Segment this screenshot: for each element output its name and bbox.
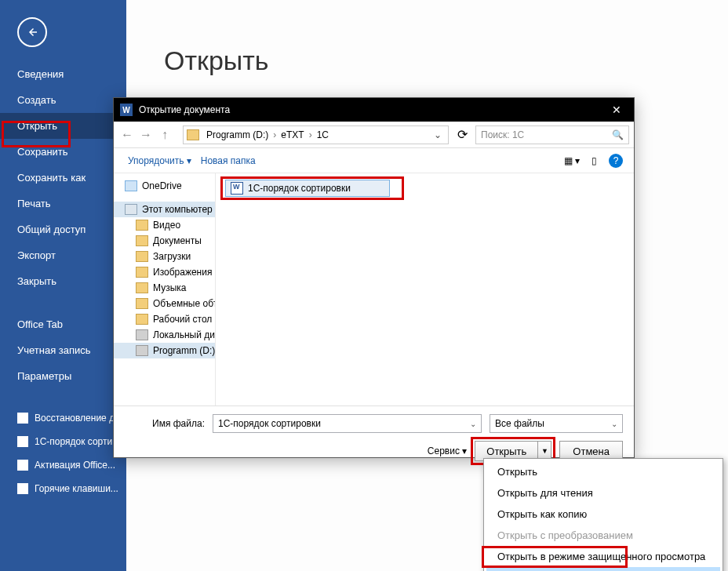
arrow-left-icon	[25, 25, 39, 39]
back-button[interactable]	[17, 17, 47, 47]
sidebar-doc-label: 1С-порядок сорти...	[35, 436, 120, 447]
tree-item[interactable]: Загрузки	[114, 249, 215, 264]
tree-item[interactable]: Programm (D:)	[114, 343, 215, 358]
fold-icon	[136, 220, 148, 231]
sidebar-item-общий доступ[interactable]: Общий доступ	[0, 216, 126, 242]
menu-item[interactable]: Открыть	[486, 461, 720, 482]
preview-pane-icon[interactable]: ▯	[585, 152, 602, 169]
breadcrumb[interactable]: Programm (D:)› eTXT› 1C ⌄	[183, 125, 449, 144]
page-title: Открыть	[164, 45, 728, 76]
search-icon: 🔍	[612, 129, 624, 140]
sidebar-item-экспорт[interactable]: Экспорт	[0, 242, 126, 268]
sidebar-item[interactable]: Office Tab	[0, 311, 126, 337]
crumb-part[interactable]: 1C	[315, 129, 331, 140]
tree-item[interactable]: Видео	[114, 217, 215, 233]
tree-item[interactable]: Объемные объ	[114, 296, 215, 311]
fold-icon	[136, 298, 148, 309]
tree-item[interactable]: Музыка	[114, 280, 215, 296]
tree-item[interactable]: Этот компьютер	[114, 202, 215, 217]
tree-label: Локальный дис	[153, 329, 216, 340]
filename-label: Имя файла:	[125, 418, 205, 429]
tree-label: Музыка	[153, 282, 186, 293]
nav-back-icon[interactable]: ←	[118, 126, 136, 144]
sidebar-item-закрыть[interactable]: Закрыть	[0, 268, 126, 294]
tree-label: Видео	[153, 220, 180, 231]
word-doc-icon	[17, 413, 28, 424]
folder-tree: OneDriveЭтот компьютерВидеоДокументыЗагр…	[114, 173, 216, 406]
new-folder-button[interactable]: Новая папка	[196, 152, 260, 169]
nav-row: ← → ↑ Programm (D:)› eTXT› 1C ⌄ ⟳ Поиск:…	[114, 122, 634, 148]
chevron-down-icon[interactable]: ⌄	[431, 129, 445, 140]
open-file-dialog: W Открытие документа ✕ ← → ↑ Programm (D…	[113, 97, 635, 458]
cloud-icon	[125, 180, 137, 191]
tree-item[interactable]: OneDrive	[114, 178, 215, 194]
word-doc-icon	[17, 483, 28, 494]
search-input[interactable]: Поиск: 1C 🔍	[475, 125, 629, 144]
tree-label: Документы	[153, 235, 202, 246]
fold-icon	[136, 251, 148, 262]
tree-item[interactable]: Рабочий стол	[114, 311, 215, 327]
tree-item[interactable]: Изображения	[114, 264, 215, 280]
word-doc-icon	[17, 436, 28, 447]
tree-item[interactable]: Локальный дис	[114, 327, 215, 343]
nav-up-icon[interactable]: ↑	[156, 126, 173, 144]
sidebar-doc[interactable]: Горячие клавиши...	[0, 477, 126, 500]
dialog-title: Открытие документа	[139, 104, 230, 115]
chevron-down-icon[interactable]: ⌄	[611, 420, 617, 428]
file-list: 1С-порядок сортировки	[216, 173, 634, 406]
close-icon[interactable]: ✕	[606, 104, 628, 116]
folder-icon	[187, 129, 199, 140]
disk-icon	[136, 345, 148, 356]
sidebar-item-сохранить как[interactable]: Сохранить как	[0, 165, 126, 191]
pc-icon	[125, 204, 137, 215]
view-icon[interactable]: ▦ ▾	[563, 152, 581, 169]
filename-value: 1С-порядок сортировки	[218, 418, 321, 429]
dialog-titlebar: W Открытие документа ✕	[114, 98, 634, 122]
backstage-sidebar: СведенияСоздатьОткрытьСохранитьСохранить…	[0, 0, 126, 571]
highlight-open-and-recover	[482, 546, 628, 568]
filetype-value: Все файлы	[495, 418, 544, 429]
tree-label: Этот компьютер	[142, 204, 213, 215]
refresh-icon[interactable]: ⟳	[453, 126, 471, 144]
sidebar-doc[interactable]: Восстановление д...	[0, 406, 126, 430]
service-button[interactable]: Сервис ▾	[428, 446, 467, 456]
help-icon[interactable]: ?	[607, 152, 624, 169]
tree-item[interactable]: Документы	[114, 233, 215, 249]
tree-label: Загрузки	[153, 251, 191, 262]
dialog-toolbar: Упорядочить ▾ Новая папка ▦ ▾ ▯ ?	[114, 148, 634, 173]
tree-label: Programm (D:)	[153, 345, 215, 356]
sidebar-doc[interactable]: Активация Office...	[0, 453, 126, 477]
fold-icon	[136, 314, 148, 325]
disk-icon	[136, 329, 148, 340]
nav-forward-icon[interactable]: →	[137, 126, 155, 144]
filetype-select[interactable]: Все файлы ⌄	[490, 414, 623, 433]
chevron-down-icon[interactable]: ⌄	[470, 420, 476, 428]
sidebar-doc-label: Горячие клавиши...	[35, 483, 118, 494]
highlight-open-sidebar	[2, 121, 71, 147]
search-placeholder: Поиск: 1C	[481, 129, 524, 140]
sidebar-item[interactable]: Параметры	[0, 363, 126, 389]
sidebar-item[interactable]: Учетная запись	[0, 337, 126, 363]
organize-button[interactable]: Упорядочить ▾	[123, 152, 196, 169]
menu-item[interactable]: Открыть как копию	[486, 504, 720, 525]
fold-icon	[136, 235, 148, 246]
sidebar-doc-label: Восстановление д...	[35, 413, 122, 424]
tree-label: OneDrive	[142, 180, 182, 191]
tree-label: Рабочий стол	[153, 314, 212, 325]
sidebar-doc-label: Активация Office...	[35, 460, 115, 471]
fold-icon	[136, 282, 148, 293]
sidebar-item-сведения[interactable]: Сведения	[0, 61, 126, 87]
sidebar-item-печать[interactable]: Печать	[0, 191, 126, 216]
menu-item[interactable]: Открыть для чтения	[486, 482, 720, 504]
crumb-part[interactable]: Programm (D:)	[204, 129, 271, 140]
word-doc-icon	[17, 460, 28, 471]
highlight-file	[220, 176, 404, 200]
word-icon: W	[120, 104, 133, 116]
sidebar-item-создать[interactable]: Создать	[0, 87, 126, 113]
fold-icon	[136, 267, 148, 278]
tree-label: Изображения	[153, 267, 212, 278]
crumb-part[interactable]: eTXT	[278, 129, 306, 140]
filename-input[interactable]: 1С-порядок сортировки ⌄	[213, 414, 482, 433]
menu-item: Открыть с преобразованием	[486, 525, 720, 546]
sidebar-doc[interactable]: 1С-порядок сорти...	[0, 430, 126, 453]
